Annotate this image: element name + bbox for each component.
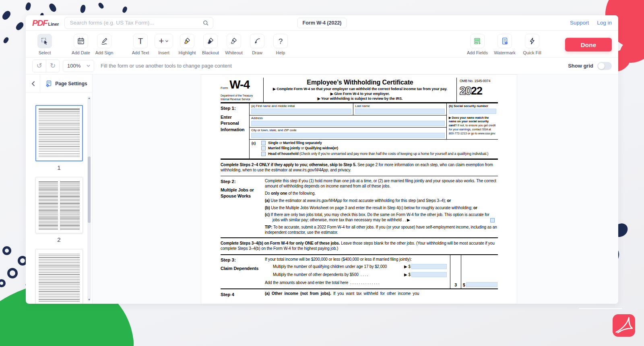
show-grid-label: Show grid [568,63,593,69]
collapse-sidebar-button[interactable] [26,74,40,93]
insert-button[interactable]: + Insert [153,34,175,55]
step1-title: Step 1: [221,105,249,111]
add-date-button[interactable]: Add Date [70,34,92,55]
tool-label: Add Fields [467,50,488,55]
tool-label: Quick Fill [523,50,541,55]
scroll-up-arrow[interactable]: ▲ [87,97,91,99]
first-name-field[interactable] [251,109,351,114]
draw-button[interactable]: Draw [246,34,268,55]
pdfliner-logo[interactable]: PDF Liner [32,18,59,28]
whiteout-button[interactable]: Whiteout [223,34,245,55]
decor-dot [14,21,25,31]
scroll-down-arrow[interactable]: ▼ [87,298,91,301]
page-thumbnail-3[interactable] [35,249,83,304]
zoom-select[interactable]: 100% [63,60,94,72]
last-name-field[interactable] [355,109,445,114]
other-dependents-row: Multiply the number of other dependents … [265,272,447,277]
tool-label: Help [276,50,285,55]
show-grid-toggle[interactable] [597,62,612,70]
city-field[interactable] [251,133,445,138]
done-button[interactable]: Done [565,38,612,51]
step4-title: Step 4 [221,291,265,297]
blackout-button[interactable]: Blackout [200,34,221,55]
header-links: Support Log in [570,20,612,26]
highlight-brush-icon [183,37,191,45]
document-title-pill[interactable]: Form W-4 (2022) [297,18,347,28]
logo-liner-text: Liner [48,22,59,27]
undo-button[interactable]: ↺ [33,60,46,72]
address-label: Address [251,116,445,120]
page-settings-icon [45,80,52,87]
sidebar-scrollbar[interactable]: ▲ ▼ [87,96,91,301]
total-amount-field[interactable] [466,282,497,287]
line-3-number: 3 [450,255,461,288]
single-checkbox[interactable] [261,141,266,145]
app-window: PDF Liner Form W-4 (2022) Support Log in… [26,15,618,304]
help-button[interactable]: ? Help [270,34,291,55]
redo-button[interactable]: ↻ [46,60,59,72]
decor-dot [12,291,21,299]
highlight-button[interactable]: Highlight [176,34,198,55]
decor-streak [579,308,622,309]
arrow-glyph: ▶ [404,272,407,277]
page-thumbnails: 1 2 3 [26,93,92,304]
page-thumbnail-1[interactable] [35,105,83,161]
page-settings-button[interactable]: Page Settings [40,74,92,93]
watermark-button[interactable]: Watermark [492,34,518,55]
head-of-household-checkbox[interactable] [261,152,266,156]
two-jobs-checkbox[interactable] [490,218,495,222]
decor-dot [122,6,128,14]
support-link[interactable]: Support [570,20,589,26]
children-amount-field[interactable] [411,264,447,269]
total-text: Add the amounts above and enter the tota… [265,280,348,285]
note-bold: Complete Steps 3–4(b) on Form W-4 for on… [221,241,340,245]
dollar-sign: $ [409,264,411,269]
calendar-icon [77,37,85,45]
form-subtitle-1: ▶ Complete Form W-4 so that your employe… [267,87,453,92]
add-sign-button[interactable]: Add Sign [93,34,115,55]
year-solid: 22 [471,85,482,97]
step3-section: Step 3: Claim Dependents If your total i… [221,255,498,289]
married-jointly-checkbox[interactable] [261,146,266,150]
last-name-label: Last name [355,104,445,108]
w4app-link: www.irs.gov/W4App [307,198,342,203]
quick-fill-button[interactable]: Quick Fill [519,34,545,55]
step2-label: Step 2: Multiple Jobs or Spouse Works [221,178,265,235]
dependents-amount-field[interactable] [411,272,447,277]
chevron-left-icon [31,81,35,86]
search-bar[interactable] [64,17,213,29]
form-number-block: Form W-4 Department of the Treasury Inte… [221,78,264,102]
show-grid-control: Show grid [568,62,612,70]
page-settings-label: Page Settings [55,81,87,86]
form-subtitle-2: ▶ Give Form W-4 to your employer. [267,92,453,97]
select-cursor-icon [41,37,49,45]
login-link[interactable]: Log in [597,20,612,26]
chevron-down-icon [86,64,91,68]
city-label: City or town, state, and ZIP code [251,128,445,132]
filing-status-2: Married filing jointly or Qualifying wid… [268,146,338,150]
tool-label: Insert [158,50,169,55]
select-tool-button[interactable]: Select [34,34,56,55]
add-text-button[interactable]: T Add Text [130,34,151,55]
form-number: W-4 [229,79,250,90]
app-header: PDF Liner Form W-4 (2022) Support Log in [26,15,618,31]
page-thumbnail-2[interactable] [35,177,83,233]
pdf-acrobat-icon [615,317,633,334]
filing-status-3: Head of household (Check only if you’re … [268,152,488,156]
address-field[interactable] [251,121,445,126]
steps-3-4b-note: Complete Steps 3–4(b) on Form W-4 for on… [221,238,498,255]
step3-intro: If your total income will be $200,000 or… [265,257,447,262]
pdf-logo-badge [613,314,635,337]
pages-sidebar: Page Settings 1 2 3 ▲ ▼ [26,74,93,304]
undo-redo-group: ↺ ↻ [32,60,60,72]
form-title-block: Employee’s Withholding Certificate ▶ Com… [264,78,456,102]
total-row: Add the amounts above and enter the tota… [265,280,447,285]
decor-dot [2,37,9,44]
scrollbar-thumb[interactable] [88,157,91,223]
search-input[interactable] [70,20,202,26]
omb-number: OMB No. 1545-0074 [460,79,498,83]
ssn-field[interactable] [449,109,496,114]
decor-dot [25,2,32,11]
add-fields-button[interactable]: Add Fields [464,34,490,55]
step2-subtitle: Multiple Jobs or Spouse Works [221,187,262,200]
